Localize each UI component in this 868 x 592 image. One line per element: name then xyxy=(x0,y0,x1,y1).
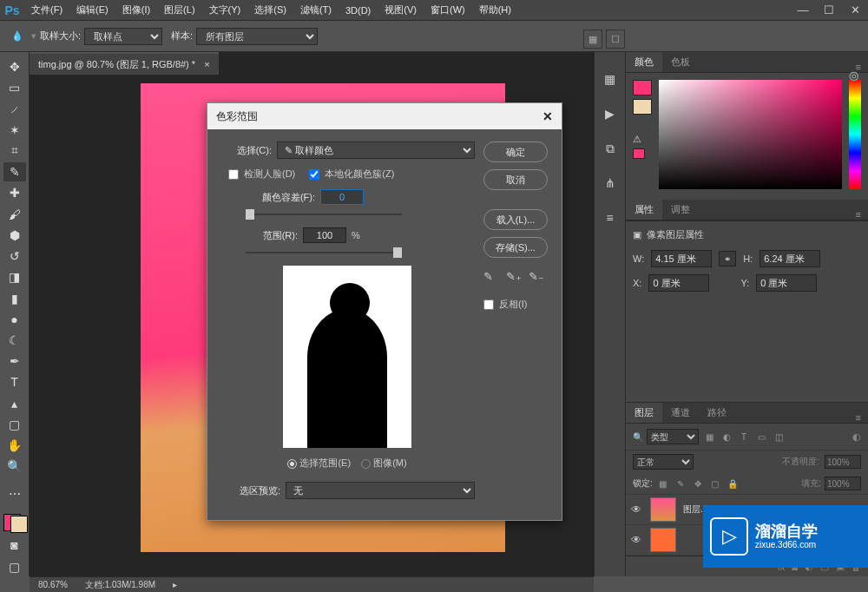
close-button[interactable]: ✕ xyxy=(842,2,868,19)
color-field[interactable] xyxy=(659,80,842,189)
history-brush-tool[interactable]: ↺ xyxy=(3,247,26,266)
fg-swatch[interactable] xyxy=(633,80,652,95)
quick-select-tool[interactable]: ✶ xyxy=(3,121,26,140)
invert-checkbox[interactable] xyxy=(483,299,494,310)
cancel-button[interactable]: 取消 xyxy=(483,169,548,190)
detect-faces-checkbox[interactable] xyxy=(228,169,239,180)
gradient-tool[interactable]: ▮ xyxy=(3,288,26,307)
link-dims-icon[interactable]: ⚭ xyxy=(719,251,736,266)
background-color[interactable] xyxy=(10,516,28,533)
zoom-tool[interactable]: 🔍 xyxy=(3,457,26,476)
screenmode-toggle[interactable]: ▢ xyxy=(3,557,26,576)
dodge-tool[interactable]: ☾ xyxy=(3,331,26,350)
filter-adjust-icon[interactable]: ◐ xyxy=(720,431,733,443)
crop-tool[interactable]: ⌗ xyxy=(3,141,26,161)
lock-pixel-icon[interactable]: ✎ xyxy=(674,477,687,490)
paths-tab[interactable]: 路径 xyxy=(699,403,735,423)
bg-swatch[interactable] xyxy=(633,99,652,115)
eyedropper-tool[interactable]: ✎ xyxy=(3,162,26,181)
brush-panel-icon[interactable]: ⋔ xyxy=(601,174,620,193)
radio-selection[interactable]: 选择范围(E) xyxy=(287,457,351,470)
maximize-button[interactable]: ☐ xyxy=(816,2,842,19)
fuzziness-slider[interactable] xyxy=(246,214,402,215)
document-tab-close[interactable]: × xyxy=(204,59,209,69)
heal-tool[interactable]: ✚ xyxy=(3,183,26,202)
menu-layer[interactable]: 图层(L) xyxy=(157,3,201,16)
eyedropper-minus-icon[interactable]: ✎₋ xyxy=(529,270,544,286)
lock-pos-icon[interactable]: ✥ xyxy=(691,477,705,490)
filter-smart-icon[interactable]: ◫ xyxy=(772,431,786,443)
menu-file[interactable]: 文件(F) xyxy=(24,3,69,16)
eyedropper-icon[interactable]: ✎ xyxy=(483,270,499,286)
move-tool[interactable]: ✥ xyxy=(3,57,26,76)
screen-mode-btn[interactable]: ☐ xyxy=(606,30,625,49)
stamp-tool[interactable]: ⬢ xyxy=(3,226,26,245)
swatches-tab[interactable]: 色板 xyxy=(662,52,699,72)
edit-toolbar[interactable]: ⋯ xyxy=(3,484,26,503)
quickmask-toggle[interactable]: ◙ xyxy=(3,536,26,555)
localize-checkbox[interactable] xyxy=(309,169,319,180)
filter-pixel-icon[interactable]: ▦ xyxy=(702,431,716,443)
sample-size-select[interactable]: 取样点 xyxy=(84,28,162,45)
range-input[interactable] xyxy=(303,227,346,243)
width-input[interactable] xyxy=(651,250,712,267)
fill-input[interactable] xyxy=(825,477,861,490)
properties-tab[interactable]: 属性 xyxy=(626,200,662,220)
layer-thumb[interactable] xyxy=(650,528,676,552)
panel-menu-icon[interactable]: ≡ xyxy=(849,209,868,220)
blend-mode-select[interactable]: 正常 xyxy=(633,454,694,470)
menu-3d[interactable]: 3D(D) xyxy=(339,5,378,16)
type-tool[interactable]: T xyxy=(3,372,26,391)
fuzziness-input[interactable] xyxy=(320,189,364,205)
eraser-tool[interactable]: ◨ xyxy=(3,267,26,286)
info-icon[interactable]: ⧉ xyxy=(601,139,620,158)
range-slider[interactable] xyxy=(246,252,402,253)
layer-thumb[interactable] xyxy=(650,497,676,522)
filter-type-icon[interactable]: T xyxy=(737,431,751,443)
adjustments-tab[interactable]: 调整 xyxy=(662,200,699,220)
panel-menu-icon[interactable]: ≡ xyxy=(849,412,868,423)
dialog-titlebar[interactable]: 色彩范围 ✕ xyxy=(207,103,562,129)
pen-tool[interactable]: ✒ xyxy=(3,352,26,371)
opacity-input[interactable] xyxy=(825,455,861,469)
marquee-tool[interactable]: ▭ xyxy=(3,78,26,97)
select-dropdown[interactable]: ✎ 取样颜色 xyxy=(277,141,475,159)
lasso-tool[interactable]: ⟋ xyxy=(3,99,26,118)
lock-all-icon[interactable]: ▦ xyxy=(656,477,670,490)
sample-select[interactable]: 所有图层 xyxy=(196,28,318,45)
lock-artboard-icon[interactable]: ▢ xyxy=(708,477,722,490)
document-tab[interactable]: timg.jpg @ 80.7% (图层 1, RGB/8#) * × xyxy=(30,52,219,75)
layers-tab[interactable]: 图层 xyxy=(626,403,662,423)
eyedropper-plus-icon[interactable]: ✎₊ xyxy=(506,270,522,286)
brush-tool[interactable]: 🖌 xyxy=(3,205,26,224)
actions-icon[interactable]: ▶ xyxy=(601,104,620,123)
warn-swatch[interactable] xyxy=(633,148,645,159)
menu-view[interactable]: 视图(V) xyxy=(378,3,424,16)
load-button[interactable]: 载入(L)... xyxy=(483,209,548,230)
blur-tool[interactable]: ● xyxy=(3,310,26,329)
hue-slider[interactable] xyxy=(849,80,861,189)
cc-libraries-icon[interactable]: ⊚ xyxy=(842,64,865,87)
menu-type[interactable]: 文字(Y) xyxy=(202,3,248,16)
zoom-level[interactable]: 80.67% xyxy=(38,580,68,589)
radio-image[interactable]: 图像(M) xyxy=(361,457,407,470)
height-input[interactable] xyxy=(760,250,820,267)
arrange-btn[interactable]: ▦ xyxy=(583,30,602,49)
menu-filter[interactable]: 滤镜(T) xyxy=(293,3,339,16)
menu-help[interactable]: 帮助(H) xyxy=(472,3,518,16)
x-input[interactable] xyxy=(648,274,709,292)
y-input[interactable] xyxy=(756,274,817,292)
ok-button[interactable]: 确定 xyxy=(483,141,548,162)
menu-image[interactable]: 图像(I) xyxy=(115,3,157,16)
channels-tab[interactable]: 通道 xyxy=(662,403,699,423)
hand-tool[interactable]: ✋ xyxy=(3,436,26,455)
minimize-button[interactable]: ― xyxy=(790,2,816,19)
paragraph-icon[interactable]: ≡ xyxy=(601,208,620,227)
menu-edit[interactable]: 编辑(E) xyxy=(69,3,115,16)
layer-filter-select[interactable]: 类型 xyxy=(647,429,699,444)
save-button[interactable]: 存储(S)... xyxy=(483,237,548,258)
filter-shape-icon[interactable]: ▭ xyxy=(754,431,768,443)
visibility-icon[interactable]: 👁 xyxy=(631,534,643,546)
lock-icon[interactable]: 🔒 xyxy=(726,477,740,490)
rectangle-tool[interactable]: ▢ xyxy=(3,415,26,434)
